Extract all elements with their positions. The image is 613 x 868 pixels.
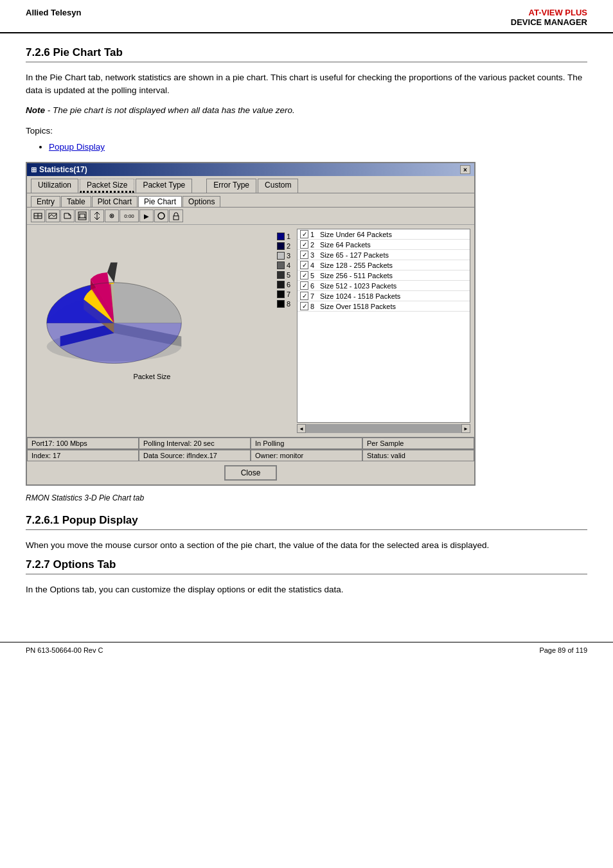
toolbar-btn-arrows[interactable] — [90, 209, 104, 222]
status-bar-1: Port17: 100 Mbps Polling Interval: 20 se… — [27, 437, 474, 449]
color-sq-label-7: 7 — [287, 290, 290, 298]
legend-row-2: 2 Size 64 Packets — [298, 240, 470, 250]
color-sq-6: 6 — [277, 281, 290, 288]
color-sq-label-6: 6 — [287, 281, 290, 288]
note-text: Note - The pie chart is not displayed wh… — [26, 104, 587, 117]
legend-num-8: 8 — [310, 303, 318, 310]
inner-tab-table[interactable]: Table — [61, 196, 91, 207]
chart-label: Packet Size — [31, 373, 273, 380]
svg-rect-19 — [173, 216, 179, 220]
legend-text-5: Size 256 - 511 Packets — [320, 272, 393, 279]
product-name: AT-VIEW PLUS DEVICE MANAGER — [511, 8, 587, 27]
tab-error-type[interactable]: Error Type — [206, 179, 256, 193]
legend-checkbox-8[interactable] — [300, 302, 308, 310]
legend-text-1: Size Under 64 Packets — [320, 231, 392, 238]
legend-row-8: 8 Size Over 1518 Packets — [298, 301, 470, 312]
toolbar-btn-3[interactable] — [60, 209, 75, 222]
status-port: Port17: 100 Mbps — [27, 438, 139, 449]
legend-checkbox-2[interactable] — [300, 240, 308, 249]
svg-line-6 — [54, 214, 57, 217]
status-per-sample: Per Sample — [362, 438, 474, 449]
section-title-726: 7.2.6 Pie Chart Tab — [26, 46, 587, 62]
toolbar-btn-play[interactable]: ▶ — [139, 209, 154, 222]
color-square-4 — [277, 261, 285, 269]
toolbar-btn-4[interactable] — [75, 209, 89, 222]
status-polling: Polling Interval: 20 sec — [139, 438, 251, 449]
inner-tab-row: Entry Table Plot Chart Pie Chart Options — [27, 193, 474, 208]
legend-checkbox-6[interactable] — [300, 281, 308, 290]
legend-num-3: 3 — [310, 251, 318, 259]
legend-row-3: 3 Size 65 - 127 Packets — [298, 250, 470, 260]
toolbar-btn-circle[interactable] — [154, 209, 168, 222]
close-dialog-button[interactable]: Close — [224, 465, 278, 481]
toolbar-row: 0:00 ▶ — [27, 208, 474, 225]
dialog-window: ⊞ Statistics(17) × Utilization Packet Si… — [26, 162, 475, 486]
toolbar-btn-gear[interactable] — [105, 209, 119, 222]
svg-line-14 — [94, 217, 97, 220]
chart-area: 1 2 3 4 5 6 7 8 — [31, 229, 273, 433]
legend-num-4: 4 — [310, 261, 318, 269]
color-sq-label-4: 4 — [287, 261, 290, 269]
toolbar-btn-lock[interactable] — [169, 209, 183, 222]
tab-custom[interactable]: Custom — [258, 179, 298, 193]
tab-utilization[interactable]: Utilization — [31, 179, 78, 193]
page-footer: PN 613-50664-00 Rev C Page 89 of 119 — [0, 642, 613, 658]
pie-chart-svg: 1 2 3 4 5 6 7 8 — [31, 229, 211, 370]
page-header: Allied Telesyn AT-VIEW PLUS DEVICE MANAG… — [0, 0, 613, 33]
legend-scrollbar: ◄ ► — [297, 424, 470, 433]
status-status: Status: valid — [362, 450, 474, 461]
color-square-5 — [277, 271, 285, 279]
legend-checkbox-4[interactable] — [300, 261, 308, 269]
tab-packet-type[interactable]: Packet Type — [136, 179, 192, 193]
color-square-7 — [277, 290, 285, 298]
legend-num-6: 6 — [310, 282, 318, 290]
legend-list: 1 Size Under 64 Packets 2 Size 64 Packet… — [297, 229, 470, 423]
svg-line-12 — [94, 212, 97, 215]
dialog-titlebar: ⊞ Statistics(17) × — [27, 163, 474, 176]
color-sq-label-5: 5 — [287, 271, 290, 279]
inner-tab-pie-chart[interactable]: Pie Chart — [138, 196, 182, 207]
close-btn-row: Close — [27, 461, 474, 484]
legend-checkbox-7[interactable] — [300, 292, 308, 300]
legend-row-7: 7 Size 1024 - 1518 Packets — [298, 291, 470, 301]
title-grid-icon: ⊞ — [31, 166, 37, 174]
close-x-button[interactable]: × — [460, 165, 470, 174]
color-sq-label-8: 8 — [287, 300, 290, 308]
legend-text-6: Size 512 - 1023 Packets — [320, 282, 396, 290]
legend-checkbox-3[interactable] — [300, 251, 308, 259]
status-data-source: Data Source: ifIndex.17 — [139, 450, 251, 461]
legend-checkbox-5[interactable] — [300, 271, 308, 279]
section2-para: When you move the mouse cursor onto a se… — [26, 539, 587, 552]
toolbar-btn-2[interactable] — [46, 209, 60, 222]
toolbar-btn-time[interactable]: 0:00 — [120, 209, 139, 222]
inner-tab-entry[interactable]: Entry — [31, 196, 60, 207]
legend-text-8: Size Over 1518 Packets — [320, 303, 396, 310]
legend-num-5: 5 — [310, 272, 318, 279]
popup-display-link[interactable]: Popup Display — [49, 142, 105, 152]
scroll-left-btn[interactable]: ◄ — [297, 424, 306, 433]
color-sq-label-2: 2 — [287, 242, 290, 250]
color-square-1 — [277, 233, 285, 240]
inner-tab-plot-chart[interactable]: Plot Chart — [92, 196, 138, 207]
section-para1: In the Pie Chart tab, network statistics… — [26, 71, 587, 98]
status-bar-2: Index: 17 Data Source: ifIndex.17 Owner:… — [27, 449, 474, 461]
inner-tab-options[interactable]: Options — [182, 196, 220, 207]
color-sq-8: 8 — [277, 300, 290, 308]
legend-checkbox-1[interactable] — [300, 230, 308, 238]
color-sq-2: 2 — [277, 242, 290, 250]
dialog-tab-row: Utilization Packet Size Packet Type Erro… — [27, 176, 474, 193]
legend-row-6: 6 Size 512 - 1023 Packets — [298, 281, 470, 291]
legend-text-2: Size 64 Packets — [320, 241, 371, 249]
titlebar-left: ⊞ Statistics(17) — [31, 165, 87, 174]
scroll-right-btn[interactable]: ► — [461, 424, 470, 433]
legend-num-2: 2 — [310, 241, 318, 249]
svg-point-18 — [158, 213, 164, 219]
svg-line-5 — [51, 215, 54, 217]
legend-row-5: 5 Size 256 - 511 Packets — [298, 270, 470, 281]
status-in-polling: In Polling — [251, 438, 362, 449]
tab-packet-size[interactable]: Packet Size — [80, 179, 134, 193]
legend-text-3: Size 65 - 127 Packets — [320, 251, 389, 259]
footer-left: PN 613-50664-00 Rev C — [26, 646, 103, 654]
color-sq-3: 3 — [277, 252, 290, 260]
toolbar-btn-1[interactable] — [31, 209, 45, 222]
